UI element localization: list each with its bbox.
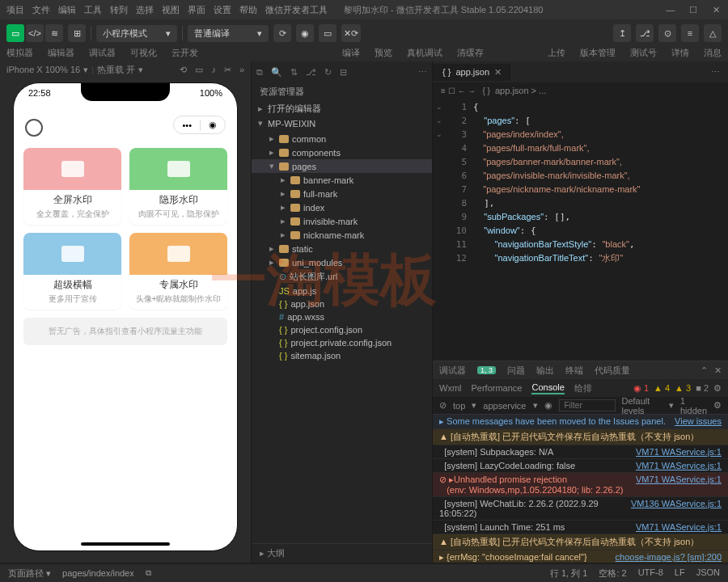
debugger-toggle[interactable]: ≋ [45,24,63,42]
rotate-icon[interactable]: ⟲ [180,65,187,75]
source-link[interactable]: VM71 WAService.js:1 [636,447,722,457]
devtools-close-icon[interactable]: ✕ [714,365,722,376]
console-settings-icon[interactable]: ⚙ [713,400,722,411]
tree-node-sitemap.json[interactable]: { }sitemap.json [252,349,432,362]
tree-node-static[interactable]: ▸static [252,242,432,255]
feature-card[interactable]: 隐形水印肉眼不可见，隐形保护 [129,148,227,225]
version-button[interactable]: ⎇ [636,24,654,42]
tree-node-uni_modules[interactable]: ▸uni_modules [252,255,432,269]
collapse-icon[interactable]: ⊟ [340,67,347,78]
devtools-tab-quality[interactable]: 代码质量 [595,365,630,377]
more-icon[interactable]: ⋯ [418,67,427,78]
compile-select[interactable]: 普通编译▾ [188,25,269,42]
feature-card[interactable]: 全屏水印全文覆盖，完全保护 [23,148,121,225]
screenshot-icon[interactable]: ▭ [195,65,203,75]
code-area[interactable]: ⌄ ⌄ ⌄ 1 2 3 4 5 6 7 8 9 10 11 12 { "page… [433,99,728,361]
tree-node-index[interactable]: ▸index [252,200,432,214]
menu-选择[interactable]: 选择 [136,4,154,16]
maximize-button[interactable]: ☐ [688,5,699,15]
close-button[interactable]: ✕ [710,5,722,15]
hot-reload-status[interactable]: 热重载 开 [97,64,135,76]
minimize-button[interactable]: — [665,5,676,15]
cut-icon[interactable]: ✂ [224,65,231,75]
tree-node-project.config.json[interactable]: { }project.config.json [252,323,432,336]
language-mode[interactable]: JSON [696,567,720,580]
editor-toggle[interactable]: </> [26,24,44,42]
tree-node-invisible-mark[interactable]: ▸invisible-mark [252,214,432,228]
messages-button[interactable]: △ [704,24,722,42]
menu-编辑[interactable]: 编辑 [58,4,76,16]
cursor-position[interactable]: 行 1, 列 1 [550,567,587,580]
search-icon[interactable]: 🔍 [271,67,282,78]
branch-icon[interactable]: ⎇ [306,67,316,78]
menu-视图[interactable]: 视图 [162,4,180,16]
source-link[interactable]: VM71 WAService.js:1 [636,522,722,532]
audio-icon[interactable]: ♪ [211,65,216,75]
capsule-menu[interactable]: •••◉ [173,116,226,134]
console-clear-icon[interactable]: ⊘ [439,400,447,411]
devtools-title[interactable]: 调试器 [439,365,466,377]
page-path-label[interactable]: 页面路径 ▾ [8,567,51,580]
mode-select[interactable]: 小程序模式▾ [96,25,177,42]
indent-info[interactable]: 空格: 2 [599,567,626,580]
menu-微信开发者工具[interactable]: 微信开发者工具 [265,4,328,16]
page-path[interactable]: pages/index/index [62,568,134,578]
log-levels-select[interactable]: Default levels [622,396,662,415]
menu-帮助[interactable]: 帮助 [239,4,257,16]
feature-card[interactable]: 超级横幅更多用于宣传 [23,233,121,310]
devtools-tab-terminal[interactable]: 终端 [565,365,583,377]
remote-debug-button[interactable]: ▭ [319,24,336,42]
test-button[interactable]: ⊙ [658,24,676,42]
tree-node-project.private.config.json[interactable]: { }project.private.config.json [252,336,432,349]
tree-node-components[interactable]: ▸components [252,146,432,159]
phone-simulator[interactable]: 22:58100% •••◉ 全屏水印全文覆盖，完全保护隐形水印肉眼不可见，隐形… [13,82,238,551]
tree-node-app.wxss[interactable]: #app.wxss [252,310,432,323]
console-filter-input[interactable] [559,399,616,411]
menu-设置[interactable]: 设置 [214,4,231,16]
feature-card[interactable]: 专属水印头像+昵称就能制作水印 [129,233,227,310]
devtools-expand-icon[interactable]: ⌃ [700,365,708,376]
clear-cache-button[interactable]: ✕⟳ [341,24,361,42]
open-editors-section[interactable]: ▸打开的编辑器 [252,101,432,116]
encoding[interactable]: UTF-8 [638,567,663,580]
hidden-count[interactable]: 1 hidden [680,396,707,415]
visual-toggle[interactable]: ⊞ [68,24,86,42]
console-tab-perf[interactable]: Performance [472,383,523,393]
source-link[interactable]: choose-image.js? [sm]:200 [616,552,722,563]
tree-node-common[interactable]: ▸common [252,132,432,146]
console-tab-console[interactable]: Console [531,382,564,394]
refresh-icon[interactable]: ↻ [324,67,332,78]
source-link[interactable]: VM136 WAService.js:1 [631,499,722,518]
source-link[interactable]: VM71 WAService.js:1 [636,474,722,495]
menu-项目[interactable]: 项目 [6,4,24,16]
editor-tab-appjson[interactable]: { } app.json✕ [433,64,512,81]
source-link[interactable]: View issues [675,416,722,427]
close-tab-icon[interactable]: ✕ [494,67,502,78]
menu-转到[interactable]: 转到 [110,4,128,16]
compile-button[interactable]: ⟳ [273,24,291,42]
context-appservice[interactable]: appservice [483,401,526,411]
explorer-tab-icon[interactable]: ⧉ [256,67,263,78]
console-tab-wxml[interactable]: Wxml [439,383,462,393]
tree-node-nickname-mark[interactable]: ▸nickname-mark [252,228,432,242]
menu-文件[interactable]: 文件 [32,4,50,16]
source-link[interactable]: VM71 WAService.js:1 [636,461,722,470]
menu-界面[interactable]: 界面 [188,4,205,16]
outline-section[interactable]: ▸ 大纲 [252,543,432,563]
console-tab-other[interactable]: 给排 [574,382,592,394]
tree-node-pages[interactable]: ▾pages [252,159,432,173]
upload-button[interactable]: ↥ [613,24,631,42]
details-button[interactable]: ≡ [681,24,699,42]
tree-node-站长图库.url[interactable]: ⊙站长图库.url [252,269,432,285]
tree-node-full-mark[interactable]: ▸full-mark [252,187,432,200]
preview-button[interactable]: ◉ [296,24,314,42]
project-root[interactable]: ▾MP-WEIXIN [252,116,432,130]
gear-icon[interactable]: ⚙ [713,383,722,394]
devtools-tab-problem[interactable]: 问题 [507,365,525,377]
tree-icon[interactable]: ⇅ [290,67,298,78]
eye-icon[interactable]: ◉ [544,400,552,411]
eol[interactable]: LF [675,567,685,580]
more-icon[interactable]: » [239,65,244,75]
devtools-tab-output[interactable]: 输出 [536,365,554,377]
editor-more-icon[interactable]: ⋯ [703,67,728,78]
